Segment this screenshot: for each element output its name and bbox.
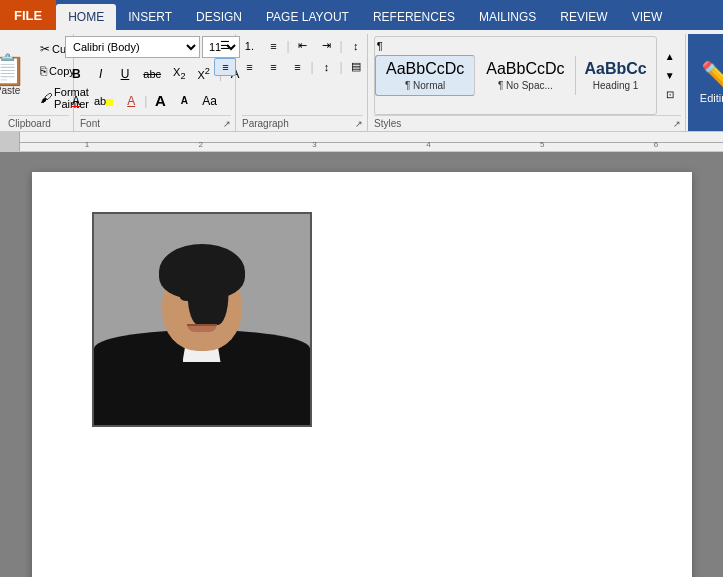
editing-label[interactable]: Editing <box>700 92 723 104</box>
file-tab[interactable]: FILE <box>0 0 56 30</box>
styles-scroll-down[interactable]: ▼ <box>659 67 681 84</box>
paste-label: Paste <box>0 85 20 96</box>
editing-icon: ✏️ <box>701 62 723 88</box>
bullets-button[interactable]: ☰ <box>214 36 236 55</box>
paste-icon: 📋 <box>0 55 26 85</box>
style-heading1-preview: AaBbCc <box>585 60 647 78</box>
format-painter-icon: 🖌 <box>40 91 52 105</box>
cut-icon: ✂ <box>40 42 50 56</box>
font-label: Font <box>80 118 100 129</box>
style-nospace-preview: AaBbCcDc <box>486 60 564 78</box>
strikethrough-button[interactable]: abc <box>138 65 166 83</box>
shrink-font-button[interactable]: A <box>173 92 195 109</box>
style-normal[interactable]: AaBbCcDc ¶ Normal <box>375 55 475 96</box>
superscript-button[interactable]: X2 <box>192 63 214 84</box>
align-right-button[interactable]: ≡ <box>262 58 284 76</box>
clipboard-group: 📋 Paste ✂ Cut ⎘ Copy 🖌 Format Painter <box>4 34 74 131</box>
copy-icon: ⎘ <box>40 64 47 78</box>
shading-button[interactable]: ▤ <box>345 57 367 76</box>
tab-page-layout[interactable]: PAGE LAYOUT <box>254 4 361 30</box>
styles-scroll-up[interactable]: ▲ <box>659 48 681 65</box>
style-normal-label: ¶ Normal <box>405 80 445 91</box>
justify-button[interactable]: ≡ <box>286 58 308 76</box>
bold-button[interactable]: B <box>65 64 88 84</box>
styles-expand-icon[interactable]: ↗ <box>673 119 681 129</box>
style-heading1[interactable]: AaBbCc Heading 1 <box>576 55 656 96</box>
ruler: 1 2 3 4 5 6 <box>20 132 723 151</box>
line-spacing-button[interactable]: ↕ <box>316 58 338 76</box>
document-area <box>0 152 723 577</box>
underline-button[interactable]: U <box>114 64 137 84</box>
tab-view[interactable]: VIEW <box>620 4 675 30</box>
paragraph-label: Paragraph <box>242 118 289 129</box>
editing-group: ✏️ Editing <box>688 34 723 131</box>
multilevel-button[interactable]: ≡ <box>262 37 284 55</box>
tab-home[interactable]: HOME <box>56 4 116 30</box>
decrease-indent-button[interactable]: ⇤ <box>292 36 314 55</box>
style-heading1-label: Heading 1 <box>593 80 639 91</box>
font-name-select[interactable]: Calibri (Body) <box>65 36 200 58</box>
paragraph-expand-icon[interactable]: ↗ <box>355 119 363 129</box>
font-color2-button[interactable]: A <box>120 91 142 111</box>
highlight-button[interactable]: ab▬ <box>89 92 118 110</box>
italic-button[interactable]: I <box>90 64 112 84</box>
style-normal-preview: AaBbCcDc <box>386 60 464 78</box>
styles-expand[interactable]: ⊡ <box>659 86 681 103</box>
font-color-button[interactable]: A <box>65 91 87 111</box>
align-center-button[interactable]: ≡ <box>238 58 260 76</box>
grow-font-button[interactable]: A <box>149 89 171 112</box>
page <box>32 172 692 577</box>
photo-container[interactable] <box>92 212 312 427</box>
style-nospace-label: ¶ No Spac... <box>498 80 553 91</box>
tab-review[interactable]: REVIEW <box>548 4 619 30</box>
font-group: Calibri (Body) 11 B I U abc X2 X2 | A <box>76 34 236 131</box>
increase-indent-button[interactable]: ⇥ <box>316 36 338 55</box>
paragraph-group: ☰ 1. ≡ | ⇤ ⇥ | ↕ ¶ ≡ ≡ ≡ ≡ | ↕ | <box>238 34 368 131</box>
style-nospace[interactable]: AaBbCcDc ¶ No Spac... <box>475 55 575 96</box>
styles-label: Styles <box>374 118 401 129</box>
align-left-button[interactable]: ≡ <box>214 58 236 76</box>
tab-design[interactable]: DESIGN <box>184 4 254 30</box>
font-expand-icon[interactable]: ↗ <box>223 119 231 129</box>
tab-references[interactable]: REFERENCES <box>361 4 467 30</box>
styles-group: AaBbCcDc ¶ Normal AaBbCcDc ¶ No Spac... … <box>370 34 686 131</box>
paste-button[interactable]: 📋 Paste <box>0 51 32 100</box>
subscript-button[interactable]: X2 <box>168 63 190 84</box>
tab-mailings[interactable]: MAILINGS <box>467 4 548 30</box>
tab-insert[interactable]: INSERT <box>116 4 184 30</box>
numbering-button[interactable]: 1. <box>238 37 260 55</box>
sort-button[interactable]: ↕ <box>345 37 367 55</box>
clipboard-label: Clipboard <box>8 115 69 129</box>
